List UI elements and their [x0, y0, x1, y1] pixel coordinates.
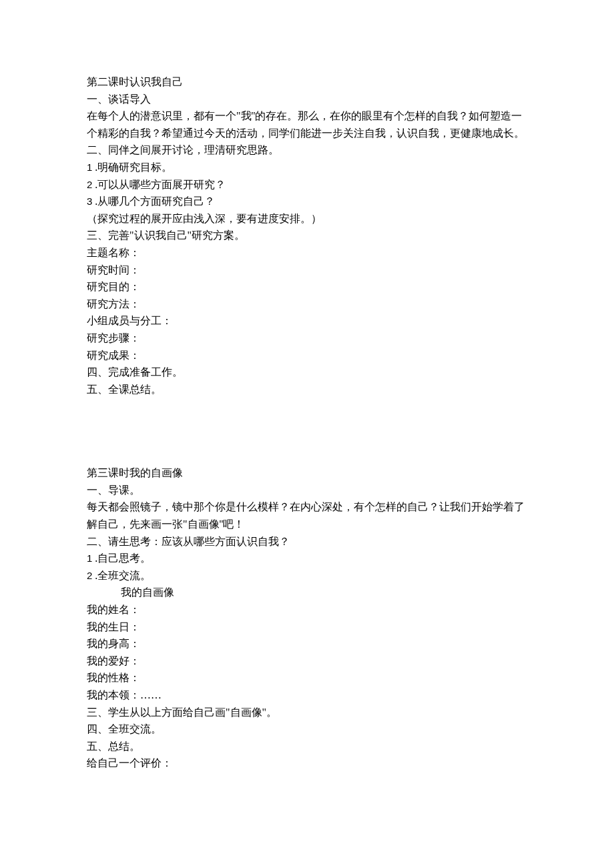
list-text: .自己思考。: [92, 552, 151, 564]
list-text: .从哪几个方面研究自己？: [92, 195, 215, 207]
section-gap: [87, 398, 527, 464]
field-my-hobby: 我的爱好：: [87, 653, 527, 670]
list-item-2: 2 .可以从哪些方面展开研究？: [87, 176, 527, 193]
section3-h4: 四、全班交流。: [87, 721, 527, 738]
field-my-birthday: 我的生日：: [87, 618, 527, 636]
list-item-3: 3 .从哪几个方面研究自己？: [87, 193, 527, 210]
field-group-members: 小组成员与分工：: [87, 312, 527, 330]
section2-h4: 四、完成准备工作。: [87, 364, 527, 381]
section2-h3: 三、完善"认识我自己"研究方案。: [87, 227, 527, 244]
section3-h3: 三、学生从以上方面给自己画"自画像"。: [87, 704, 527, 721]
field-my-name: 我的姓名：: [87, 601, 527, 618]
field-research-time: 研究时间：: [87, 262, 527, 279]
field-my-skill: 我的本领：……: [87, 687, 527, 704]
section2-h5: 五、全课总结。: [87, 381, 527, 398]
section2-title: 第二课时认识我自己: [87, 73, 527, 91]
field-research-steps: 研究步骤：: [87, 330, 527, 347]
list-text: .明确研究目标。: [92, 161, 172, 173]
document-page: 第二课时认识我自己 一、谈话导入 在每个人的潜意识里，都有一个"我''的存在。那…: [0, 0, 614, 868]
section3-h5: 五、总结。: [87, 738, 527, 755]
section2-h2: 二、同伴之间展开讨论，理清研究思路。: [87, 141, 527, 159]
section2-h1: 一、谈话导入: [87, 91, 527, 108]
section3-h1: 一、导课。: [87, 482, 527, 499]
section3-h2: 二、请生思考：应该从哪些方面认识自我？: [87, 533, 527, 550]
field-research-method: 研究方法：: [87, 296, 527, 313]
section3-subtitle: 我的自画像: [87, 584, 527, 601]
field-research-purpose: 研究目的：: [87, 278, 527, 296]
field-research-results: 研究成果：: [87, 347, 527, 364]
list-item-1: 1 .明确研究目标。: [87, 159, 527, 176]
section3-title: 第三课时我的自画像: [87, 464, 527, 482]
section2-paragraph: 在每个人的潜意识里，都有一个"我''的存在。那么，在你的眼里有个怎样的自我？如何…: [87, 107, 527, 141]
list-item-2: 2 .全班交流。: [87, 567, 527, 584]
section2-note: （探究过程的展开应由浅入深，要有进度安排。）: [87, 210, 527, 228]
list-item-1: 1 .自己思考。: [87, 550, 527, 567]
section3-paragraph: 每天都会照镜子，镜中那个你是什么模样？在内心深处，有个怎样的自己？让我们开始学着…: [87, 498, 527, 532]
field-my-character: 我的性格：: [87, 669, 527, 687]
section3-footer: 给自己一个评价：: [87, 755, 527, 772]
list-text: .全班交流。: [92, 570, 151, 581]
field-my-height: 我的身高：: [87, 635, 527, 653]
field-topic-name: 主题名称：: [87, 244, 527, 262]
list-text: .可以从哪些方面展开研究？: [92, 179, 226, 190]
